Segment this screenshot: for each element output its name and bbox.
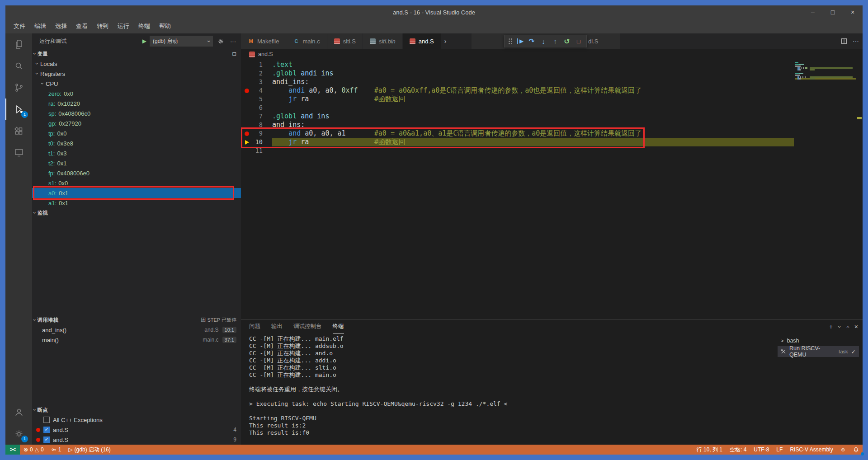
panel-tab-问题[interactable]: 问题 — [249, 320, 260, 333]
terminal-profile-chevron-icon[interactable]: › — [836, 326, 843, 328]
more-actions-icon[interactable]: ··· — [229, 38, 237, 45]
search-icon[interactable] — [5, 55, 32, 77]
menu-item-1[interactable]: 编辑 — [30, 22, 51, 30]
menu-item-0[interactable]: 文件 — [9, 22, 30, 30]
tab-overflow-chevron-icon[interactable]: › — [441, 33, 450, 49]
menu-item-3[interactable]: 查看 — [71, 22, 92, 30]
remote-explorer-icon[interactable] — [5, 142, 32, 164]
problems-status[interactable]: ⊗ 0 △ 0 — [20, 445, 47, 455]
close-button[interactable]: × — [843, 5, 863, 19]
eol-status[interactable]: LF — [773, 445, 786, 455]
remote-indicator[interactable]: >< — [5, 445, 20, 455]
watch-section-header[interactable]: › 监视 — [32, 208, 241, 218]
register-row-sp[interactable]: sp:0x408006c0 — [32, 108, 241, 118]
breakpoint-checkbox[interactable] — [43, 417, 50, 423]
tab-Makefile[interactable]: MMakefile — [241, 33, 286, 49]
code-text[interactable]: jr ra #函数返回 — [272, 95, 794, 103]
encoding-status[interactable]: UTF-8 — [750, 445, 773, 455]
debug-session-status[interactable]: ▷ (gdb) 启动 (16) — [65, 445, 114, 455]
cursor-position[interactable]: 行 10, 列 1 — [693, 445, 726, 455]
step-over-button[interactable]: ↷ — [526, 36, 538, 47]
minimize-button[interactable]: – — [803, 5, 823, 19]
code-text[interactable]: andi a0, a0, 0xff #a0 = a0&0xff,a0是C语言调用… — [272, 86, 794, 95]
code-text[interactable]: .text — [272, 61, 794, 69]
breakpoint-row-1[interactable]: ✓and.S4 — [32, 425, 241, 435]
overview-ruler[interactable] — [856, 60, 863, 319]
menu-item-2[interactable]: 选择 — [51, 22, 71, 30]
register-row-gp[interactable]: gp:0x27920 — [32, 118, 241, 128]
call-stack-section-header[interactable]: › 调用堆栈 因 STEP 已暂停 — [32, 315, 241, 325]
breakpoints-section-header[interactable]: › 断点 — [32, 405, 241, 415]
settings-gear-icon[interactable]: 1 — [5, 423, 32, 445]
step-into-button[interactable]: ↓ — [538, 36, 549, 47]
tab-and.S[interactable]: and.S — [403, 33, 441, 49]
breakpoint-checkbox[interactable]: ✓ — [43, 427, 50, 433]
debug-settings-gear-icon[interactable] — [216, 38, 226, 45]
menu-item-4[interactable]: 转到 — [92, 22, 113, 30]
breakpoint-dot[interactable] — [245, 89, 249, 93]
drag-handle-icon[interactable] — [508, 38, 513, 45]
accounts-icon[interactable] — [5, 401, 32, 423]
notifications-bell-icon[interactable] — [849, 445, 863, 455]
gutter-margin[interactable] — [241, 140, 253, 145]
panel-tab-终端[interactable]: 终端 — [333, 320, 344, 333]
stack-frame-0[interactable]: and_ins()and.S10:1 — [32, 325, 241, 335]
tab-slti.bin[interactable]: slti.bin — [363, 33, 403, 49]
register-row-zero[interactable]: zero:0x0 — [32, 89, 241, 99]
breadcrumb[interactable]: and.S — [241, 49, 863, 60]
ports-status[interactable]: 1 — [47, 445, 65, 455]
code-text[interactable]: .globl andi_ins — [272, 69, 794, 78]
register-row-t1[interactable]: t1:0x3 — [32, 148, 241, 158]
code-editor[interactable]: 1.text2.globl andi_ins3andi_ins:4 andi a… — [241, 60, 863, 319]
menu-item-5[interactable]: 运行 — [113, 22, 134, 30]
collapse-all-icon[interactable]: ⊟ — [232, 51, 236, 57]
terminal-item-task[interactable]: Run RISCV-QEMU Task ✓ — [778, 346, 859, 357]
maximize-button[interactable]: □ — [823, 5, 843, 19]
restart-button[interactable]: ↺ — [561, 36, 573, 47]
more-actions-icon[interactable]: ··· — [853, 38, 859, 45]
register-row-a1[interactable]: a1:0x1 — [32, 198, 241, 208]
variable-group-Locals[interactable]: ›Locals — [32, 59, 241, 69]
language-mode[interactable]: RISC-V Assembly — [786, 445, 836, 455]
code-text[interactable]: and a0, a0, a1 #a0 = a0&a1,a0、a1是C语言调用者传… — [272, 129, 794, 138]
code-text[interactable]: andi_ins: — [272, 78, 794, 86]
menu-item-7[interactable]: 帮助 — [155, 22, 175, 30]
feedback-smiley-icon[interactable]: ☺ — [837, 445, 849, 455]
register-row-a0[interactable]: a0:0x1 — [32, 188, 241, 198]
indentation-status[interactable]: 空格: 4 — [726, 445, 750, 455]
stack-frame-1[interactable]: main()main.c37:1 — [32, 335, 241, 345]
continue-button[interactable]: ▶ — [514, 36, 526, 47]
panel-tab-调试控制台[interactable]: 调试控制台 — [293, 320, 322, 333]
step-out-button[interactable]: ↑ — [549, 36, 561, 47]
extensions-icon[interactable] — [5, 120, 32, 142]
tab-slti.S[interactable]: slti.S — [327, 33, 363, 49]
debug-start-icon[interactable]: ▶ — [142, 38, 146, 44]
breakpoint-dot[interactable] — [245, 131, 249, 136]
gutter-margin[interactable] — [241, 89, 253, 93]
register-row-fp[interactable]: fp:0x408006e0 — [32, 168, 241, 178]
panel-tab-输出[interactable]: 输出 — [271, 320, 283, 333]
terminal-output[interactable]: CC -[M] 正在构建... main.elfCC -[M] 正在构建... … — [241, 333, 778, 445]
code-text[interactable]: .globl and_ins — [272, 112, 794, 121]
breakpoint-row-0[interactable]: All C++ Exceptions — [32, 415, 241, 425]
register-row-tp[interactable]: tp:0x0 — [32, 128, 241, 138]
code-text[interactable]: jr ra #函数返回 — [272, 138, 794, 146]
close-panel-icon[interactable]: × — [854, 323, 858, 330]
register-row-t2[interactable]: t2:0x1 — [32, 158, 241, 168]
launch-config-select[interactable]: (gdb) 启动 › — [150, 36, 213, 47]
minimap[interactable] — [795, 60, 856, 319]
maximize-panel-icon[interactable]: › — [844, 326, 851, 328]
gutter-margin[interactable] — [241, 131, 253, 136]
register-row-s1[interactable]: s1:0x0 — [32, 178, 241, 188]
variables-section-header[interactable]: › 变量 ⊟ — [32, 49, 241, 59]
tab-main.c[interactable]: Cmain.c — [286, 33, 327, 49]
register-row-ra[interactable]: ra:0x10220 — [32, 99, 241, 108]
register-row-t0[interactable]: t0:0x3e8 — [32, 138, 241, 148]
source-control-icon[interactable] — [5, 77, 32, 99]
run-debug-icon[interactable]: 1 — [5, 99, 32, 120]
menu-item-6[interactable]: 终端 — [134, 22, 155, 30]
explorer-icon[interactable] — [5, 33, 32, 55]
breakpoint-checkbox[interactable]: ✓ — [43, 437, 50, 443]
terminal-item-bash[interactable]: > bash — [778, 335, 859, 346]
stop-button[interactable]: □ — [573, 36, 585, 47]
